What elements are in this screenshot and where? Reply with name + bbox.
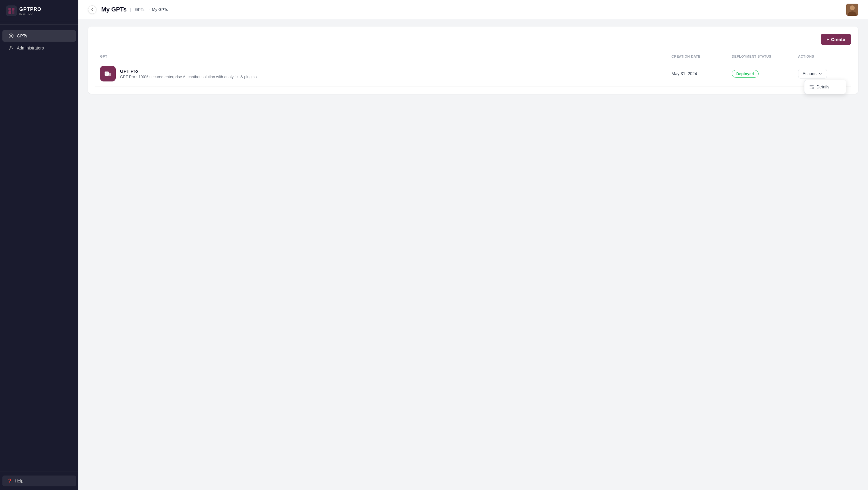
col-header-creation-date: CREATION DATE: [672, 55, 732, 58]
svg-rect-14: [812, 87, 814, 89]
sidebar-nav: GPTs Administrators: [0, 27, 79, 471]
help-icon: ❓: [7, 479, 12, 483]
sidebar-item-label-administrators: Administrators: [17, 46, 44, 50]
actions-cell: Actions Details: [798, 69, 846, 79]
sidebar-item-gpts[interactable]: GPTs: [2, 30, 76, 41]
svg-point-8: [850, 5, 855, 10]
create-button[interactable]: + Create: [821, 34, 851, 45]
chevron-down-icon: [818, 71, 823, 76]
card-header: + Create: [95, 34, 851, 45]
gpt-name: GPT Pro: [120, 68, 257, 74]
gpt-info: GPT Pro GPT Pro : 100% secured enterpris…: [120, 68, 257, 79]
col-header-actions: ACTIONS: [798, 55, 846, 58]
sidebar-footer: ❓ Help: [0, 471, 79, 490]
logo-sub: by WITIVO: [19, 12, 41, 16]
deployment-status-cell: Deployed: [732, 70, 798, 78]
actions-label: Actions: [803, 71, 816, 76]
svg-rect-3: [12, 11, 14, 14]
table-row: GPT Pro GPT Pro : 100% secured enterpris…: [95, 61, 851, 87]
sidebar-item-label-gpts: GPTs: [17, 33, 27, 38]
logo-text: GPTPRO: [19, 7, 41, 12]
breadcrumb: GPTs → My GPTs: [135, 7, 168, 12]
dropdown-item-details[interactable]: Details: [804, 82, 846, 92]
help-button[interactable]: ❓ Help: [2, 475, 76, 486]
logo-icon: [6, 5, 17, 16]
administrators-icon: [8, 45, 14, 51]
help-label: Help: [15, 479, 24, 483]
sidebar: GPTPRO by WITIVO GPTs Administrators: [0, 0, 79, 490]
gpts-card: + Create GPT CREATION DATE DEPLOYMENT ST…: [88, 27, 858, 94]
svg-point-12: [105, 72, 106, 73]
actions-button[interactable]: Actions: [798, 69, 827, 79]
sidebar-divider: [0, 24, 79, 25]
creation-date-cell: May 31, 2024: [672, 71, 732, 76]
svg-rect-1: [12, 8, 14, 10]
logo: GPTPRO by WITIVO: [0, 0, 79, 22]
col-header-deployment-status: DEPLOYMENT STATUS: [732, 55, 798, 58]
plus-icon: +: [827, 37, 830, 42]
gpts-icon: [8, 33, 14, 39]
gpt-desc: GPT Pro : 100% secured enterprise AI cha…: [120, 75, 257, 79]
collapse-sidebar-button[interactable]: [88, 5, 96, 14]
topbar-left: My GPTs | GPTs → My GPTs: [88, 5, 168, 14]
svg-point-13: [105, 74, 106, 75]
breadcrumb-current: My GPTs: [152, 7, 168, 12]
create-label: Create: [831, 37, 845, 42]
details-label: Details: [816, 85, 830, 89]
breadcrumb-parent[interactable]: GPTs: [135, 7, 145, 12]
table-header: GPT CREATION DATE DEPLOYMENT STATUS ACTI…: [95, 52, 851, 61]
details-icon: [809, 85, 814, 89]
svg-rect-11: [107, 73, 111, 76]
svg-rect-2: [8, 11, 11, 14]
svg-point-5: [10, 35, 12, 37]
sidebar-item-administrators[interactable]: Administrators: [2, 42, 76, 54]
svg-rect-0: [8, 8, 11, 10]
breadcrumb-arrow: →: [147, 7, 150, 12]
page-content: + Create GPT CREATION DATE DEPLOYMENT ST…: [79, 19, 868, 490]
main-content: My GPTs | GPTs → My GPTs +: [79, 0, 868, 490]
breadcrumb-separator: |: [130, 7, 131, 12]
topbar-right: [846, 4, 858, 16]
topbar: My GPTs | GPTs → My GPTs: [79, 0, 868, 19]
actions-dropdown: Details: [804, 80, 846, 94]
gpt-icon: [100, 66, 116, 82]
gpt-cell: GPT Pro GPT Pro : 100% secured enterpris…: [100, 66, 672, 82]
page-title: My GPTs: [101, 6, 127, 13]
col-header-gpt: GPT: [100, 55, 672, 58]
status-badge: Deployed: [732, 70, 758, 78]
avatar[interactable]: [846, 4, 858, 16]
svg-point-6: [10, 46, 12, 48]
